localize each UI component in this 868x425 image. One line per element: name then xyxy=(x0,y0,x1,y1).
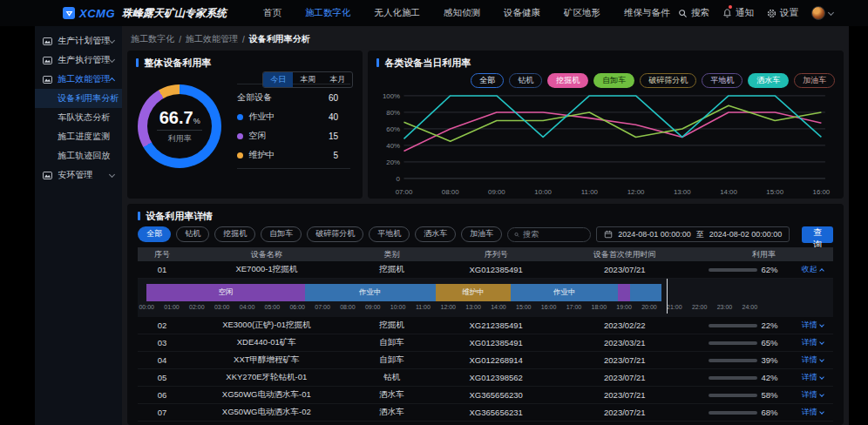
utilization-percent: 39% xyxy=(762,355,778,365)
detail-filter-pill-2[interactable]: 挖掘机 xyxy=(214,226,255,241)
detail-filter-pill-6[interactable]: 洒水车 xyxy=(415,226,456,241)
utilization-bar xyxy=(709,268,757,272)
breadcrumb-item-0[interactable]: 施工数字化 xyxy=(131,33,174,45)
timeline-bands: 空闲作业中维护中作业中 xyxy=(146,284,749,301)
tab-1[interactable]: 本周 xyxy=(293,72,322,87)
timeline-tick: 21:00 xyxy=(667,304,682,310)
breadcrumb-separator: / xyxy=(242,35,245,44)
collapse-link[interactable]: 收起 xyxy=(791,264,833,275)
daily-filter-pill-7[interactable]: 加油车 xyxy=(794,73,835,88)
chevron-down-icon xyxy=(109,37,115,43)
detail-link[interactable]: 详情 xyxy=(791,320,833,331)
tab-2[interactable]: 本月 xyxy=(322,72,352,87)
table-row-07: 07XG50WG电动洒水车-02洒水车XG3656562312023/07/21… xyxy=(138,404,833,422)
nav-item-5[interactable]: 矿区地形 xyxy=(564,7,600,19)
nav-item-1[interactable]: 施工数字化 xyxy=(305,7,351,19)
breadcrumb-item-1[interactable]: 施工效能管理 xyxy=(186,33,238,45)
notification-action[interactable]: 通知 xyxy=(722,7,754,19)
daily-filter-pill-6[interactable]: 洒水车 xyxy=(748,73,789,88)
nav-item-4[interactable]: 设备健康 xyxy=(504,7,540,19)
user-menu[interactable] xyxy=(811,6,833,20)
sidebar-group-1[interactable]: 生产执行管理 xyxy=(35,51,122,70)
table-row-03: 03XDE440-01矿车自卸车XG0123854912023/03/2165%… xyxy=(138,334,833,352)
cell-utilization: 58% xyxy=(695,390,792,400)
detail-link[interactable]: 详情 xyxy=(791,372,833,383)
cell-serial: XG212385491 xyxy=(437,320,555,330)
cell-no: 04 xyxy=(138,355,186,365)
svg-text:0: 0 xyxy=(397,175,401,183)
utilization-table: 序号设备名称类别序列号设备首次使用时间利用率01XE7000-1挖掘机挖掘机XG… xyxy=(138,247,833,422)
chevron-down-icon xyxy=(109,171,115,177)
detail-filter-pill-3[interactable]: 自卸车 xyxy=(261,226,302,241)
settings-action[interactable]: 设置 xyxy=(767,7,798,19)
menu-image-icon xyxy=(43,37,52,45)
cell-serial: XG012398562 xyxy=(437,373,555,382)
sidebar-group-2[interactable]: 施工效能管理 xyxy=(35,70,122,89)
detail-filter-pill-0[interactable]: 全部 xyxy=(138,226,171,241)
daily-filter-pill-2[interactable]: 挖掘机 xyxy=(547,73,588,88)
detail-link[interactable]: 详情 xyxy=(791,354,833,366)
daily-filter-pill-1[interactable]: 钻机 xyxy=(509,73,542,88)
panel-title: 整体设备利用率 xyxy=(136,57,354,68)
search-label: 搜索 xyxy=(691,7,709,19)
timeline-tick: 18:00 xyxy=(592,304,607,310)
timeline-tick: 09:00 xyxy=(365,304,381,310)
svg-text:15:00: 15:00 xyxy=(767,189,784,197)
search-action[interactable]: 搜索 xyxy=(678,7,709,19)
detail-link[interactable]: 详情 xyxy=(791,389,833,401)
nav-item-3[interactable]: 感知侦测 xyxy=(444,7,480,19)
date-range-picker[interactable]: 2024-08-01 00:00:00 至 2024-08-02 00:00:0… xyxy=(596,226,790,242)
cell-utilization: 62% xyxy=(695,265,792,274)
daily-filter-pill-0[interactable]: 全部 xyxy=(471,73,504,88)
detail-link[interactable]: 详情 xyxy=(791,407,833,418)
detail-filter-pill-5[interactable]: 平地机 xyxy=(369,226,410,241)
utilization-bar xyxy=(709,376,757,380)
svg-text:100%: 100% xyxy=(383,92,400,100)
breadcrumb-item-2[interactable]: 设备利用率分析 xyxy=(249,33,310,45)
sidebar-subitem-3[interactable]: 施工轨迹回放 xyxy=(35,146,122,165)
tab-0[interactable]: 今日 xyxy=(263,72,293,87)
utilization-donut-chart: 66.7% 利用率 xyxy=(138,84,221,168)
sidebar-subitem-0[interactable]: 设备利用率分析 xyxy=(35,89,122,108)
utilization-percent: 22% xyxy=(762,320,778,330)
table-row-01: 01XE7000-1挖掘机挖掘机XG0123854912023/07/2162%… xyxy=(138,261,833,279)
timeline-tick: 17:00 xyxy=(566,304,582,310)
cell-type: 挖掘机 xyxy=(347,264,437,275)
timeline-segment-1: 作业中 xyxy=(305,284,436,301)
table-header-cell-0: 序号 xyxy=(138,249,186,260)
sidebar-subitem-2[interactable]: 施工进度监测 xyxy=(35,127,122,146)
daily-filter-pill-5[interactable]: 平地机 xyxy=(702,73,743,88)
detail-filter-pill-7[interactable]: 加油车 xyxy=(461,226,502,241)
sidebar-group-label: 安环管理 xyxy=(58,169,110,181)
timeline-tick: 03:00 xyxy=(214,304,230,310)
svg-text:10:00: 10:00 xyxy=(534,189,552,197)
timeline-tick: 01:00 xyxy=(164,304,180,310)
logo-text: XCMG xyxy=(79,7,115,20)
breadcrumb-separator: / xyxy=(179,35,181,44)
search-input[interactable] xyxy=(523,230,584,239)
chevron-up-icon xyxy=(109,77,115,83)
sidebar-group-3[interactable]: 安环管理 xyxy=(35,165,122,185)
timeline-tick: 08:00 xyxy=(340,304,356,310)
daily-filter-pill-3[interactable]: 自卸车 xyxy=(593,73,634,88)
detail-filter-pill-4[interactable]: 破碎筛分机 xyxy=(307,226,363,241)
date-start: 2024-08-01 00:00:00 xyxy=(618,230,691,239)
timeline-tick: 06:00 xyxy=(289,304,305,310)
nav-item-6[interactable]: 维保与备件 xyxy=(624,7,670,19)
sidebar-subitem-1[interactable]: 车队状态分析 xyxy=(35,108,122,127)
menu-image-icon xyxy=(43,76,52,84)
svg-text:16:00: 16:00 xyxy=(813,189,831,197)
nav-item-0[interactable]: 首页 xyxy=(263,7,281,19)
cell-type: 洒水车 xyxy=(347,407,437,418)
chevron-down-icon xyxy=(819,340,824,345)
query-button[interactable]: 查询 xyxy=(802,226,833,243)
table-header-cell-3: 序列号 xyxy=(437,249,555,260)
nav-item-2[interactable]: 无人化施工 xyxy=(375,7,421,19)
sidebar-group-0[interactable]: 生产计划管理 xyxy=(35,31,122,51)
menu-image-icon xyxy=(43,172,52,179)
detail-link[interactable]: 详情 xyxy=(791,337,833,348)
detail-filter-pill-1[interactable]: 钻机 xyxy=(176,226,209,241)
search-icon xyxy=(514,231,519,239)
cell-type: 自卸车 xyxy=(347,337,437,348)
daily-filter-pill-4[interactable]: 破碎筛分机 xyxy=(640,73,696,88)
